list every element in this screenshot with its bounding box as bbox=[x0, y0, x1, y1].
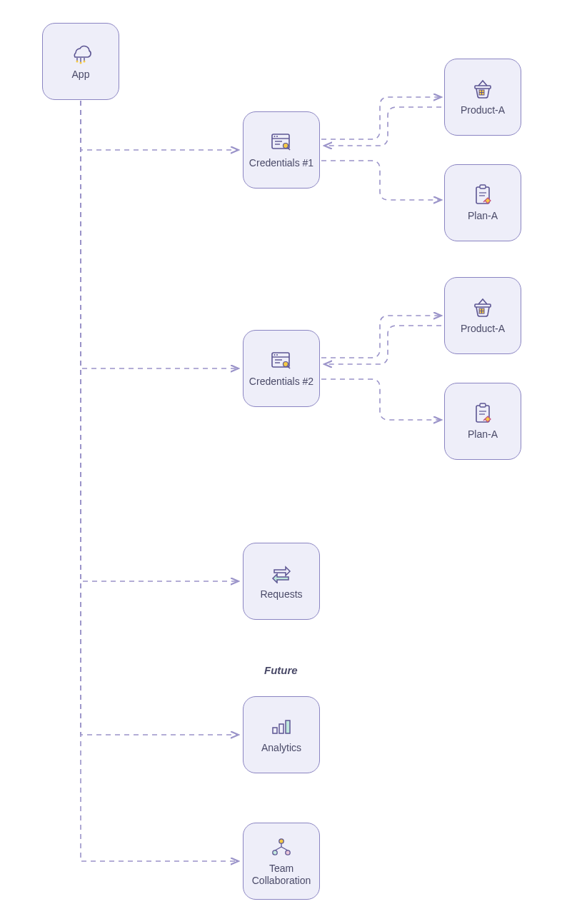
transfer-icon bbox=[269, 561, 293, 586]
svg-rect-14 bbox=[475, 86, 491, 89]
svg-rect-40 bbox=[273, 728, 277, 733]
svg-point-8 bbox=[274, 136, 276, 137]
cloud-icon bbox=[69, 41, 93, 66]
node-app-label: App bbox=[72, 69, 90, 81]
bar-chart-icon bbox=[269, 715, 293, 739]
node-credentials-1-label: Credentials #1 bbox=[249, 157, 313, 170]
node-plan-a-2[interactable]: Plan-A bbox=[444, 383, 521, 460]
svg-point-9 bbox=[276, 136, 278, 137]
svg-rect-36 bbox=[480, 403, 486, 407]
node-plan-a-1-label: Plan-A bbox=[468, 210, 498, 223]
node-requests[interactable]: Requests bbox=[243, 543, 320, 620]
svg-rect-31 bbox=[475, 304, 491, 307]
node-analytics-label: Analytics bbox=[261, 742, 301, 755]
svg-line-45 bbox=[275, 847, 281, 850]
node-requests-label: Requests bbox=[260, 588, 302, 601]
credentials-icon bbox=[269, 130, 293, 154]
svg-point-25 bbox=[274, 354, 276, 356]
svg-line-39 bbox=[483, 419, 485, 421]
node-credentials-2-label: Credentials #2 bbox=[249, 376, 313, 388]
node-team-label: Team Collaboration bbox=[248, 863, 315, 888]
node-product-a-1-label: Product-A bbox=[461, 104, 505, 117]
svg-rect-19 bbox=[480, 185, 486, 189]
clipboard-icon bbox=[471, 183, 495, 207]
basket-icon bbox=[471, 296, 495, 320]
node-credentials-2[interactable]: Credentials #2 bbox=[243, 330, 320, 407]
node-plan-a-2-label: Plan-A bbox=[468, 428, 498, 441]
team-icon bbox=[269, 835, 293, 860]
credentials-icon bbox=[269, 348, 293, 373]
clipboard-icon bbox=[471, 401, 495, 426]
node-product-a-2[interactable]: Product-A bbox=[444, 277, 521, 354]
section-label-future: Future bbox=[264, 664, 298, 676]
svg-point-48 bbox=[286, 850, 290, 854]
svg-rect-42 bbox=[286, 720, 290, 733]
svg-point-43 bbox=[279, 838, 284, 843]
svg-point-5 bbox=[84, 61, 86, 63]
node-product-a-2-label: Product-A bbox=[461, 323, 505, 336]
svg-line-46 bbox=[281, 847, 288, 850]
node-credentials-1[interactable]: Credentials #1 bbox=[243, 111, 320, 189]
node-plan-a-1[interactable]: Plan-A bbox=[444, 164, 521, 241]
node-product-a-1[interactable]: Product-A bbox=[444, 59, 521, 136]
node-team[interactable]: Team Collaboration bbox=[243, 823, 320, 900]
basket-icon bbox=[471, 77, 495, 101]
svg-point-47 bbox=[273, 850, 277, 854]
svg-line-22 bbox=[483, 201, 485, 202]
node-app[interactable]: App bbox=[42, 23, 119, 100]
svg-point-26 bbox=[276, 354, 278, 356]
diagram-canvas: App Credentials #1 bbox=[0, 0, 572, 924]
svg-point-3 bbox=[76, 61, 79, 63]
node-analytics[interactable]: Analytics bbox=[243, 696, 320, 773]
svg-point-4 bbox=[80, 62, 82, 64]
svg-rect-41 bbox=[279, 724, 284, 733]
